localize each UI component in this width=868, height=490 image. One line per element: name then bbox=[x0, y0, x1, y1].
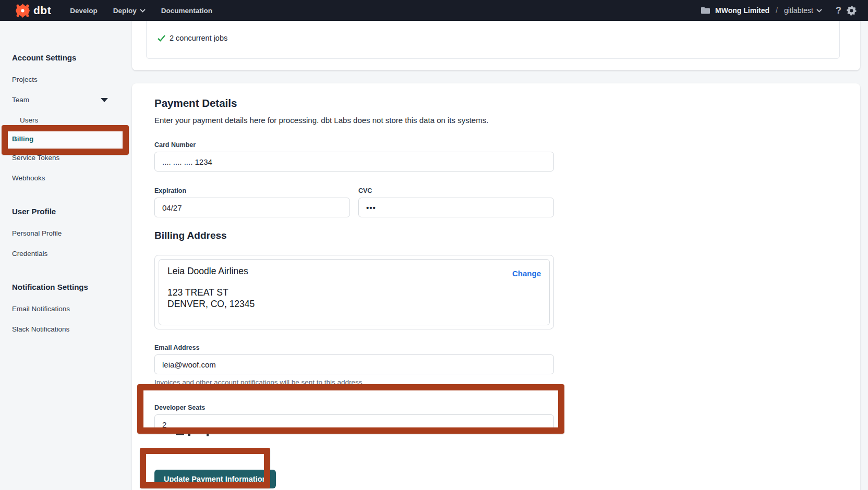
concurrent-jobs-row: 2 concurrent jobs bbox=[157, 34, 227, 42]
chevron-down-icon bbox=[140, 9, 146, 13]
navbar-right: MWong Limited / gitlabtest ? bbox=[701, 5, 857, 16]
obscured-text-fragment bbox=[207, 432, 209, 436]
cvc-input[interactable] bbox=[358, 198, 554, 217]
payment-details-description: Enter your payment details here for proc… bbox=[154, 116, 860, 125]
top-navbar: dbt Develop Deploy Documentation MWong L… bbox=[0, 0, 868, 21]
sidebar-item-billing[interactable]: Billing bbox=[8, 130, 121, 148]
obscured-text-fragment bbox=[188, 433, 190, 436]
dbt-logo[interactable]: dbt bbox=[16, 4, 51, 18]
cvc-label: CVC bbox=[358, 187, 554, 194]
nav-item-deploy-label: Deploy bbox=[113, 7, 137, 15]
chevron-down-icon bbox=[816, 9, 822, 13]
payment-card: Payment Details Enter your payment detai… bbox=[132, 83, 860, 490]
change-address-link[interactable]: Change bbox=[512, 269, 541, 278]
billing-address-name: Leia Doodle Airlines bbox=[167, 266, 541, 277]
developer-seats-label: Developer Seats bbox=[154, 404, 860, 411]
payment-details-title: Payment Details bbox=[154, 97, 860, 109]
email-helper-text: Invoices and other account notifications… bbox=[154, 378, 860, 386]
billing-address-line2: DENVER, CO, 12345 bbox=[167, 298, 541, 310]
nav-item-develop[interactable]: Develop bbox=[70, 7, 98, 15]
check-icon bbox=[157, 34, 166, 42]
sidebar-heading-user-profile: User Profile bbox=[12, 207, 132, 216]
billing-address-lines: 123 TREAT ST DENVER, CO, 12345 bbox=[167, 287, 541, 310]
card-number-input[interactable] bbox=[154, 152, 554, 172]
account-separator: / bbox=[775, 6, 779, 15]
concurrent-jobs-label: 2 concurrent jobs bbox=[170, 34, 227, 42]
billing-address-line1: 123 TREAT ST bbox=[167, 287, 541, 298]
developer-seats-input[interactable] bbox=[154, 414, 554, 434]
gear-icon[interactable] bbox=[847, 6, 857, 16]
project-switcher[interactable]: gitlabtest bbox=[784, 6, 822, 15]
billing-address-title: Billing Address bbox=[154, 230, 860, 241]
update-payment-button[interactable]: Update Payment Information bbox=[154, 470, 276, 488]
dbt-logo-icon bbox=[16, 4, 30, 18]
sidebar-item-personal-profile[interactable]: Personal Profile bbox=[12, 223, 122, 243]
sidebar-item-team[interactable]: Team bbox=[12, 90, 122, 110]
sidebar-item-credentials[interactable]: Credentials bbox=[12, 243, 122, 264]
billing-address-inner-box: Leia Doodle Airlines Change 123 TREAT ST… bbox=[159, 259, 550, 325]
sidebar-heading-notification-settings: Notification Settings bbox=[12, 283, 132, 291]
sidebar-item-service-tokens[interactable]: Service Tokens bbox=[12, 148, 122, 168]
nav-item-documentation[interactable]: Documentation bbox=[161, 7, 212, 15]
expiration-label: Expiration bbox=[154, 187, 350, 194]
sidebar-item-projects[interactable]: Projects bbox=[12, 69, 122, 90]
sidebar-spacer bbox=[12, 264, 132, 283]
help-icon[interactable]: ? bbox=[836, 5, 841, 16]
settings-sidebar: Account Settings Projects Team Users Bil… bbox=[0, 21, 132, 490]
nav-menu: Develop Deploy Documentation bbox=[70, 7, 212, 15]
sidebar-heading-account-settings: Account Settings bbox=[12, 53, 132, 62]
sidebar-item-team-label: Team bbox=[12, 96, 29, 104]
folder-icon bbox=[701, 7, 710, 14]
sidebar-spacer bbox=[12, 188, 132, 207]
caret-down-icon bbox=[101, 98, 108, 102]
expiration-input[interactable] bbox=[154, 198, 350, 217]
obscured-text-fragment bbox=[176, 434, 184, 435]
expiration-cvc-row: Expiration CVC bbox=[154, 187, 860, 217]
nav-item-deploy[interactable]: Deploy bbox=[113, 7, 146, 15]
email-address-input[interactable] bbox=[154, 354, 554, 374]
project-name: gitlabtest bbox=[784, 6, 813, 15]
card-number-label: Card Number bbox=[154, 141, 860, 149]
expiration-field: Expiration bbox=[154, 187, 350, 217]
dbt-logo-text: dbt bbox=[33, 4, 51, 17]
billing-address-box: Leia Doodle Airlines Change 123 TREAT ST… bbox=[154, 255, 554, 329]
sidebar-item-slack-notifications[interactable]: Slack Notifications bbox=[12, 319, 122, 339]
sidebar-item-webhooks[interactable]: Webhooks bbox=[12, 168, 122, 188]
sidebar-item-email-notifications[interactable]: Email Notifications bbox=[12, 299, 122, 319]
email-address-label: Email Address bbox=[154, 344, 860, 351]
cvc-field: CVC bbox=[358, 187, 554, 217]
account-name[interactable]: MWong Limited bbox=[715, 6, 769, 15]
sidebar-item-users[interactable]: Users bbox=[12, 110, 122, 130]
